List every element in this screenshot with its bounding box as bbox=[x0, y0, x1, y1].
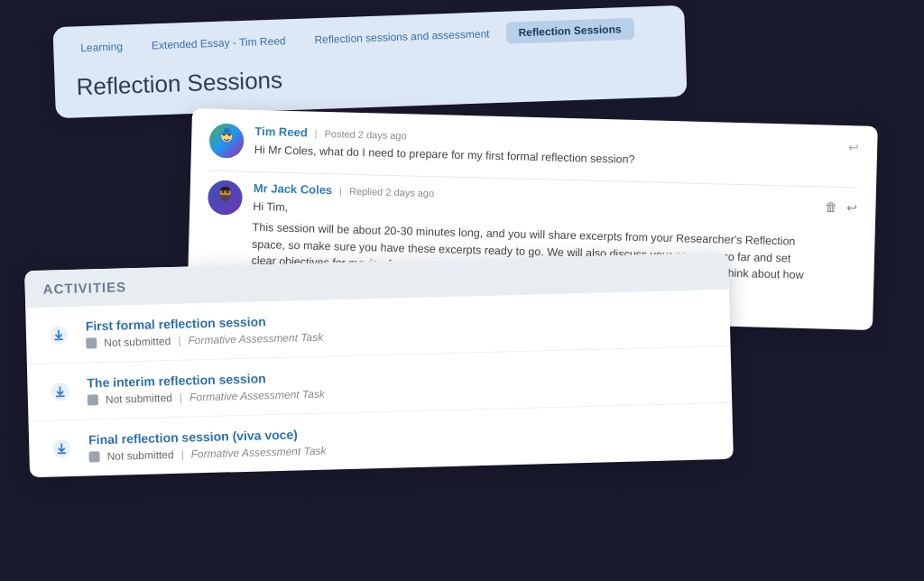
tab-reflection-sessions[interactable]: Reflection Sessions bbox=[505, 18, 634, 44]
activity-3-content: Final reflection session (viva voce) Not… bbox=[88, 416, 716, 463]
teacher-message-actions: 🗑 ↩ bbox=[825, 199, 857, 215]
status-indicator bbox=[86, 337, 97, 348]
not-submitted-label: Not submitted bbox=[106, 448, 173, 463]
student-name: Tim Reed bbox=[254, 124, 308, 140]
delete-icon[interactable]: 🗑 bbox=[825, 199, 837, 214]
teacher-avatar bbox=[208, 180, 243, 216]
status-indicator bbox=[88, 451, 99, 462]
activity-1-content: First formal reflection session Not subm… bbox=[86, 302, 713, 349]
tab-reflection-sessions-assessment[interactable]: Reflection sessions and assessment bbox=[301, 23, 503, 51]
activities-panel: ACTIVITIES First formal reflection sessi… bbox=[24, 253, 734, 477]
not-submitted-label: Not submitted bbox=[106, 392, 172, 406]
status-indicator bbox=[88, 394, 98, 405]
download-icon[interactable] bbox=[45, 377, 75, 407]
download-icon[interactable] bbox=[47, 434, 77, 464]
activity-2-content: The interim reflection session Not submi… bbox=[87, 359, 714, 406]
student-avatar bbox=[209, 124, 245, 159]
formative-label: Formative Assessment Task bbox=[188, 331, 323, 347]
reply-icon[interactable]: ↩ bbox=[848, 140, 859, 154]
tab-extended-essay[interactable]: Extended Essay - Tim Reed bbox=[139, 30, 299, 57]
student-message: Tim Reed | Posted 2 days ago Hi Mr Coles… bbox=[209, 124, 860, 175]
tab-learning[interactable]: Learning bbox=[68, 35, 136, 60]
tabs-panel: Learning Extended Essay - Tim Reed Refle… bbox=[52, 5, 687, 118]
teacher-time: Replied 2 days ago bbox=[349, 185, 434, 198]
page-title: Reflection Sessions bbox=[76, 52, 672, 101]
student-chat-content: Tim Reed | Posted 2 days ago Hi Mr Coles… bbox=[254, 124, 860, 174]
teacher-name: Mr Jack Coles bbox=[254, 181, 333, 197]
not-submitted-label: Not submitted bbox=[104, 335, 171, 349]
share-icon[interactable]: ↩ bbox=[846, 200, 857, 215]
breadcrumb-tabs: Learning Extended Essay - Tim Reed Refle… bbox=[68, 16, 670, 59]
download-icon[interactable] bbox=[44, 320, 74, 350]
svg-rect-5 bbox=[224, 128, 229, 133]
formative-label: Formative Assessment Task bbox=[189, 388, 325, 404]
student-time: Posted 2 days ago bbox=[324, 127, 406, 140]
formative-label: Formative Assessment Task bbox=[191, 445, 327, 461]
